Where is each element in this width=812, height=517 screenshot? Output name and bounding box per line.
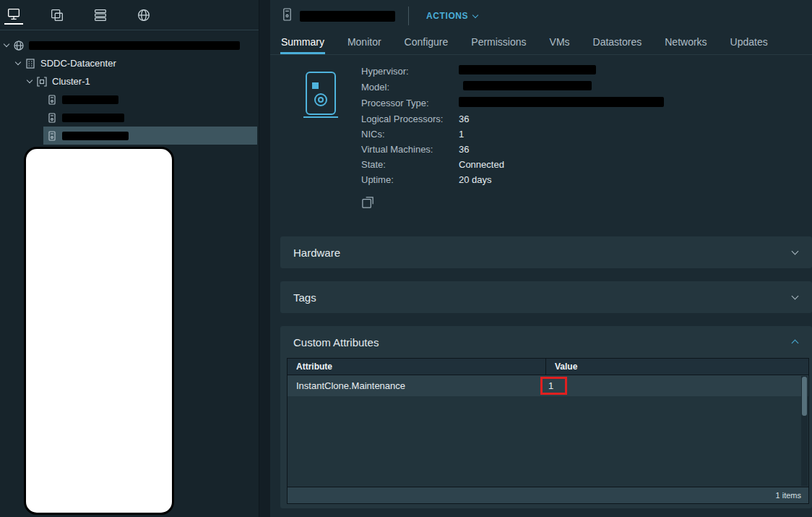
column-header-attribute[interactable]: Attribute — [288, 359, 546, 375]
field-label: Logical Processors: — [361, 114, 459, 124]
field-value: 36 — [459, 144, 812, 155]
redaction-bar — [463, 81, 592, 90]
value-cell: 1 — [546, 377, 808, 395]
actions-label: ACTIONS — [426, 11, 468, 21]
tab-summary[interactable]: Summary — [280, 32, 325, 54]
summary-fields: Hypervisor: Model: Processor Type: Logic… — [361, 65, 812, 185]
host-artwork — [280, 65, 361, 212]
table-header-row: Attribute Value — [288, 359, 808, 375]
tab-monitor[interactable]: Monitor — [347, 32, 382, 54]
tags-panel: Tags — [280, 281, 812, 313]
launch-console-icon[interactable] — [361, 195, 375, 209]
sidebar-iconbar — [0, 0, 259, 30]
tree-item-host-selected[interactable] — [0, 127, 259, 145]
custom-attributes-panel-header[interactable]: Custom Attributes — [280, 326, 812, 358]
vcenter-icon — [13, 40, 25, 51]
chevron-down-icon[interactable] — [792, 248, 799, 255]
field-label: NICs: — [361, 129, 459, 140]
field-value: 20 days — [459, 174, 812, 185]
redaction-bar — [62, 132, 129, 140]
tab-vms[interactable]: VMs — [549, 32, 571, 54]
tab-networks[interactable]: Networks — [664, 32, 707, 54]
sidebar-scrollbar-track[interactable] — [259, 0, 270, 517]
tree-item-host[interactable] — [0, 108, 259, 127]
chevron-down-icon — [472, 12, 478, 17]
column-header-value[interactable]: Value — [546, 359, 808, 375]
table-scrollbar-track[interactable] — [801, 376, 808, 486]
tree-item-cluster[interactable]: Cluster-1 — [0, 72, 259, 90]
host-icon — [282, 7, 293, 25]
actions-button[interactable]: ACTIONS — [426, 11, 478, 21]
field-label: Uptime: — [361, 174, 459, 185]
redaction-bar — [459, 65, 596, 74]
chevron-down-icon[interactable] — [15, 59, 21, 65]
inventory-tree: SDDC-Datacenter Cluster-1 — [0, 30, 259, 145]
host-name-redaction-bar — [300, 11, 395, 22]
vms-and-templates-icon[interactable] — [48, 6, 66, 25]
field-value: Connected — [459, 159, 812, 170]
field-value: 36 — [459, 114, 812, 124]
field-label: State: — [361, 159, 459, 170]
table-empty-area — [288, 396, 808, 487]
tab-permissions[interactable]: Permissions — [470, 32, 527, 54]
main-content: ACTIONS Summary Monitor Configure Permis… — [270, 0, 812, 517]
tab-configure[interactable]: Configure — [404, 32, 449, 54]
panel-title: Custom Attributes — [293, 336, 379, 349]
chevron-up-icon[interactable] — [792, 340, 799, 347]
attribute-cell: InstantClone.Maintenance — [288, 380, 546, 391]
field-label: Hypervisor: — [361, 66, 459, 77]
tree-item-datacenter[interactable]: SDDC-Datacenter — [0, 54, 259, 72]
table-scrollbar-thumb[interactable] — [802, 377, 807, 416]
table-footer: 1 items — [288, 487, 808, 503]
tree-item-vcenter[interactable] — [0, 36, 259, 54]
host-icon — [46, 94, 58, 106]
attribute-value: 1 — [548, 380, 553, 391]
tree-item-host[interactable] — [0, 90, 259, 108]
cluster-icon — [36, 76, 48, 87]
hardware-panel: Hardware — [280, 236, 812, 268]
custom-attributes-panel: Custom Attributes Attribute Value Instan… — [280, 326, 812, 508]
panel-title: Hardware — [293, 247, 340, 259]
redaction-bar — [29, 41, 240, 50]
object-tabs: Summary Monitor Configure Permissions VM… — [270, 32, 812, 55]
chevron-down-icon[interactable] — [4, 41, 9, 47]
summary-section: Hypervisor: Model: Processor Type: Logic… — [270, 55, 812, 212]
tab-datastores[interactable]: Datastores — [592, 32, 643, 54]
tree-item-label: SDDC-Datacenter — [40, 58, 116, 69]
host-icon — [46, 130, 58, 142]
navigation-sidebar: SDDC-Datacenter Cluster-1 — [0, 0, 259, 517]
redaction-bar — [62, 95, 118, 104]
field-label: Virtual Machines: — [361, 144, 459, 155]
tab-updates[interactable]: Updates — [730, 32, 769, 54]
host-icon — [46, 112, 58, 124]
datacenter-icon — [25, 58, 36, 69]
panel-title: Tags — [293, 291, 316, 304]
hosts-and-clusters-icon[interactable] — [4, 6, 23, 25]
field-label: Model: — [361, 82, 459, 93]
white-redaction-overlay — [24, 147, 174, 515]
tree-item-label: Cluster-1 — [52, 76, 90, 87]
red-annotation-box: 1 — [540, 377, 567, 395]
redaction-bar — [459, 97, 664, 107]
chevron-down-icon[interactable] — [27, 77, 33, 83]
table-row[interactable]: InstantClone.Maintenance 1 — [288, 375, 808, 396]
chevron-down-icon[interactable] — [792, 293, 799, 300]
networking-icon[interactable] — [134, 6, 153, 25]
tags-panel-header[interactable]: Tags — [280, 281, 812, 313]
host-header: ACTIONS — [270, 0, 812, 32]
header-divider — [408, 7, 409, 25]
field-value: 1 — [459, 129, 812, 140]
custom-attributes-table: Attribute Value InstantClone.Maintenance… — [287, 358, 809, 504]
field-label: Processor Type: — [361, 98, 459, 108]
storage-icon[interactable] — [91, 6, 110, 25]
hardware-panel-header[interactable]: Hardware — [280, 236, 812, 268]
redaction-bar — [62, 114, 124, 122]
items-count: 1 items — [776, 491, 801, 500]
